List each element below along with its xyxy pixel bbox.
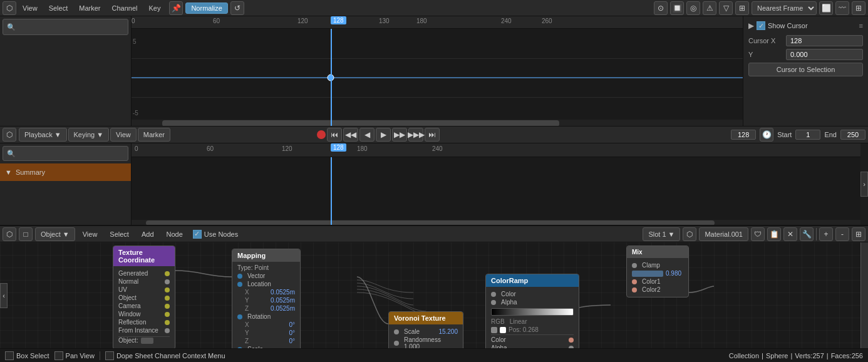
graph-scrollbar[interactable] [132,120,743,126]
graph-search[interactable]: 🔍 [3,19,128,35]
node-object-select[interactable]: Object ▼ [35,227,75,241]
ruler-mark-180: 180 [416,18,427,24]
show-cursor-checkbox[interactable]: ✓ [757,21,765,30]
menu-channel[interactable]: Channel [106,3,142,13]
dopesheet-timeline[interactable]: 0 60 120 180 240 128 [132,143,860,225]
dot-rotation [237,314,242,319]
dot-location [237,282,242,287]
voronoi-node[interactable]: Voronoi Texture Scale15.200 Randomness 1… [388,311,463,348]
jump-start-button[interactable]: ⏮ [327,128,342,142]
start-frame-field[interactable]: 1 [795,130,820,140]
menu-key[interactable]: Key [143,3,165,13]
keying-menu[interactable]: Keying ▼ [68,128,110,142]
use-nodes-checkbox[interactable]: ✓ [193,230,202,239]
pin-icon[interactable]: 📌 [169,1,183,15]
ruler-mark-130: 130 [379,18,390,24]
panel-options-icon[interactable]: ≡ [859,22,863,29]
graph-timeline[interactable]: 0 60 120 130 180 240 260 128 5 -5 [132,16,743,126]
jump-end-button[interactable]: ⏭ [425,128,440,142]
pivot-icon[interactable]: ⊙ [654,1,668,15]
dope-scrollbar[interactable] [132,220,860,225]
menu-marker[interactable]: Marker [74,3,105,13]
node-view-options[interactable]: ⊞ [852,227,865,241]
object-type-icon[interactable]: □ [19,227,33,241]
mix-fac-bar[interactable] [632,271,663,277]
proportional-icon[interactable]: ◎ [686,1,700,15]
use-nodes-label: Use Nodes [204,230,238,238]
ruler-playhead-label: 128 [331,16,346,24]
node-view-menu[interactable]: View [78,229,103,239]
dopesheet-search[interactable]: 🔍 [3,146,128,161]
mapping-node[interactable]: Mapping Type: Point Vector Location X0.0… [232,249,301,348]
colorramp-node[interactable]: ColorRamp Color Alpha RGB Linear Pos: 0.… [485,274,579,348]
mix-node[interactable]: Mix Clamp 0.980 Color1 Color2 [626,246,689,297]
graph-scrollbar-thumb[interactable] [162,120,559,126]
summary-row[interactable]: ▼ Summary [0,163,131,181]
shield-icon[interactable]: 🛡 [751,227,765,241]
dot-m-clamp [632,263,637,268]
menu-select[interactable]: Select [44,3,73,13]
voronoi-body: Scale15.200 Randomness 1.000 Distance Co… [389,324,463,348]
prev-key-button[interactable]: ◀◀ [343,128,358,142]
cr-alpha-in: Alpha [491,299,574,306]
node-left-collapse[interactable]: ‹ [0,283,8,308]
node-editor-type-icon[interactable]: ⬡ [3,227,16,241]
extra-icon-3[interactable]: ⊞ [852,1,865,15]
filter-icon[interactable]: ▽ [719,1,733,15]
cursor-x-value[interactable]: 128 [786,35,863,46]
zoom-out-icon[interactable]: - [835,227,849,241]
colorramp-gradient[interactable] [491,308,574,316]
view-icon[interactable]: ⊞ [735,1,749,15]
current-frame-display[interactable]: 128 [731,130,756,140]
extra-icon-1[interactable]: ⬜ [819,1,833,15]
cr-pos-swatch-1[interactable] [500,327,506,333]
node-side-panel [860,242,868,348]
view-menu-dope[interactable]: View [110,128,137,142]
slot-select[interactable]: Slot 1 ▼ [643,227,680,241]
marker-menu[interactable]: Marker [138,128,170,142]
dopesheet-type-icon[interactable]: ⬡ [3,128,16,142]
show-cursor-checkbox-row[interactable]: ✓ Show Cursor [757,21,808,30]
clock-icon[interactable]: 🕐 [760,128,773,142]
cursor-to-selection-button[interactable]: Cursor to Selection [748,63,863,76]
menu-view[interactable]: View [18,3,43,13]
node-node-menu[interactable]: Node [162,229,188,239]
status-pipe-1: | [762,352,763,359]
summary-arrow: ▼ [5,168,12,176]
dot-v-rand [394,341,399,346]
extra-icon-2[interactable]: 〰 [835,1,849,15]
node-add-menu[interactable]: Add [137,229,159,239]
refresh-icon[interactable]: ↺ [230,1,244,15]
cr-pos-swatch-0[interactable] [491,327,497,333]
material-type-icon[interactable]: ⬡ [683,227,696,241]
pan-view-label: Pan View [66,352,95,359]
texture-coord-node[interactable]: Texture Coordinate Generated Normal UV O… [113,246,175,348]
mapping-header: Mapping [232,249,300,262]
dot-frominstance [165,328,170,333]
normalize-button[interactable]: Normalize [185,3,228,14]
play-button[interactable]: ▶ [376,128,391,142]
fake-user-icon[interactable]: 🔧 [800,227,814,241]
copy-icon[interactable]: 📋 [767,227,781,241]
delete-mat-icon[interactable]: ✕ [783,227,797,241]
node-canvas[interactable]: Texture Coordinate Generated Normal UV O… [0,242,868,348]
node-object-picker[interactable] [141,338,153,344]
nearest-frame-select[interactable]: Nearest Frame Exact Frame Frame Range [752,1,817,15]
summary-label: Summary [16,168,45,176]
material-select[interactable]: Material.001 [699,227,748,241]
playback-menu[interactable]: Playback ▼ [19,128,67,142]
zoom-in-icon[interactable]: + [819,227,833,241]
step-back-button[interactable]: ◀ [359,128,375,142]
record-button[interactable] [317,130,326,139]
end-frame-field[interactable]: 250 [840,130,865,140]
warning-icon[interactable]: ⚠ [703,1,716,15]
cursor-y-value[interactable]: 0.000 [786,49,863,60]
editor-type-icon[interactable]: ⬡ [3,1,16,15]
graph-area[interactable]: 5 -5 [132,29,743,126]
snap-icon[interactable]: 🔲 [670,1,684,15]
next-key-button[interactable]: ▶▶▶ [408,128,423,142]
graph-ruler: 0 60 120 130 180 240 260 128 [132,16,743,29]
step-forward-button[interactable]: ▶▶ [392,128,407,142]
collapse-right-arrow[interactable]: › [860,172,868,197]
node-select-menu[interactable]: Select [105,229,134,239]
